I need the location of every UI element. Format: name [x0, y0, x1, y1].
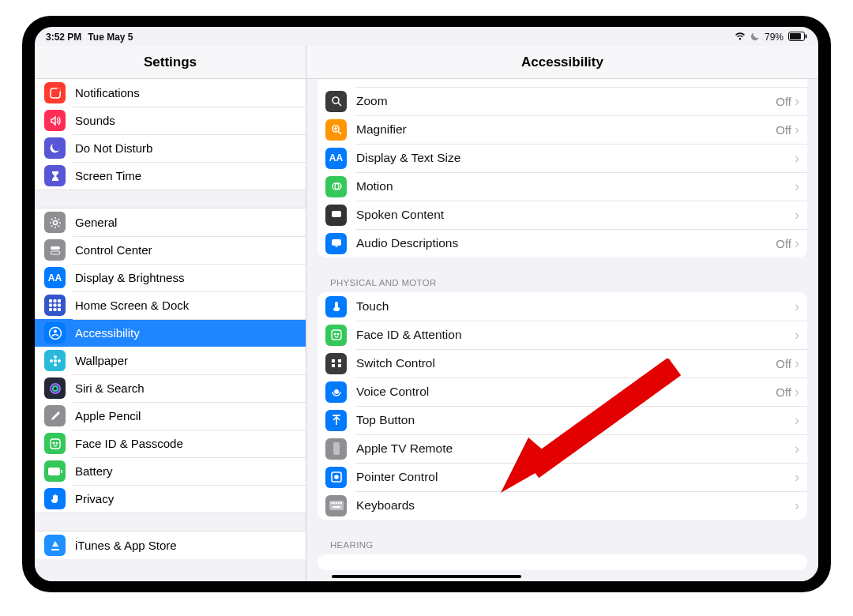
detail-row-value: Off: [776, 237, 791, 250]
chevron-right-icon: ›: [793, 207, 799, 223]
sidebar-item-label: Wallpaper: [75, 354, 296, 367]
moon-icon: [44, 137, 66, 159]
detail-scroll[interactable]: ZoomOff›MagnifierOff›AADisplay & Text Si…: [306, 79, 818, 581]
detail-row-touch[interactable]: Touch›: [318, 292, 807, 321]
sidebar-item-notifications[interactable]: Notifications: [35, 79, 306, 107]
svg-rect-54: [340, 502, 342, 504]
switches-icon: [325, 353, 347, 374]
face-icon: [325, 325, 347, 346]
detail-row-switch-control[interactable]: Switch ControlOff›: [318, 349, 807, 377]
sidebar-item-accessibility[interactable]: Accessibility: [35, 319, 306, 347]
detail-row-apple-tv-remote[interactable]: Apple TV Remote›: [318, 434, 807, 463]
svg-point-27: [53, 442, 54, 444]
svg-rect-10: [58, 299, 61, 302]
sidebar-item-label: Accessibility: [75, 326, 296, 340]
sidebar-item-itunes-app-store[interactable]: iTunes & App Store: [35, 531, 306, 559]
svg-rect-9: [54, 299, 57, 302]
flower-icon: [44, 350, 66, 371]
sidebar-item-label: Siri & Search: [75, 381, 296, 395]
magnifier-icon: [325, 119, 347, 141]
device-bezel: 3:52 PM Tue May 5 79%: [22, 16, 831, 592]
detail-row-label: Voice Control: [356, 385, 776, 399]
svg-rect-53: [338, 502, 340, 504]
detail-row-label: Display & Text Size: [356, 151, 793, 165]
chevron-right-icon: ›: [793, 178, 799, 195]
detail-row-motion[interactable]: Motion›: [318, 172, 807, 201]
sidebar-item-sounds[interactable]: Sounds: [35, 107, 306, 134]
sidebar-item-screen-time[interactable]: Screen Time: [35, 162, 306, 190]
battery-icon: [788, 32, 807, 43]
sidebar-item-control-center[interactable]: Control Center: [35, 236, 306, 264]
home-indicator: [332, 575, 521, 578]
svg-point-31: [333, 97, 339, 103]
detail-row-magnifier[interactable]: MagnifierOff›: [318, 115, 807, 144]
detail-row-zoom[interactable]: ZoomOff›: [318, 87, 807, 115]
AA-icon: AA: [44, 267, 66, 288]
sidebar-item-do-not-disturb[interactable]: Do Not Disturb: [35, 134, 306, 162]
pencil-icon: [44, 405, 66, 426]
svg-point-23: [58, 359, 61, 362]
svg-rect-29: [48, 468, 60, 475]
sidebar-item-label: Display & Brightness: [75, 271, 296, 284]
sidebar-item-label: Notifications: [75, 86, 296, 100]
person-icon: [44, 322, 66, 344]
sidebar-item-general[interactable]: General: [35, 208, 306, 236]
svg-point-28: [56, 442, 58, 444]
svg-rect-55: [333, 506, 340, 508]
chevron-right-icon: ›: [793, 441, 799, 457]
sidebar-item-label: Sounds: [75, 114, 296, 127]
sidebar-item-label: Battery: [75, 464, 296, 478]
sidebar-item-privacy[interactable]: Privacy: [35, 485, 306, 513]
chevron-right-icon: ›: [793, 355, 799, 372]
sidebar-item-wallpaper[interactable]: Wallpaper: [35, 347, 306, 374]
detail-row-value: Off: [776, 95, 791, 108]
sidebar-item-label: General: [75, 216, 296, 229]
chevron-right-icon: ›: [793, 327, 799, 344]
touch-icon: [325, 296, 347, 317]
detail-row-voice-control[interactable]: Voice ControlOff›: [318, 377, 807, 406]
sidebar-item-home-screen-dock[interactable]: Home Screen & Dock: [35, 291, 306, 319]
detail-row-label: Top Button: [356, 413, 793, 427]
sidebar-item-label: Do Not Disturb: [75, 141, 296, 155]
detail-row-audio-descriptions[interactable]: Audio DescriptionsOff›: [318, 229, 807, 257]
notification-icon: [44, 82, 66, 103]
sidebar-title: Settings: [35, 46, 306, 79]
chevron-right-icon: ›: [793, 469, 799, 486]
detail-row-display-text-size[interactable]: AADisplay & Text Size›: [318, 144, 807, 172]
sidebar-item-battery[interactable]: Battery: [35, 457, 306, 485]
toggles-icon: [44, 239, 66, 261]
detail-row-face-id-attention[interactable]: Face ID & Attention›: [318, 321, 807, 349]
detail-row-pointer-control[interactable]: Pointer Control›: [318, 463, 807, 491]
keyboard-icon: [325, 495, 347, 516]
detail-row-label: Pointer Control: [356, 470, 793, 484]
detail-row-label: Apple TV Remote: [356, 441, 793, 456]
sidebar-item-display-brightness[interactable]: AADisplay & Brightness: [35, 264, 306, 291]
svg-rect-42: [332, 364, 335, 367]
svg-rect-35: [332, 211, 341, 217]
svg-rect-11: [49, 304, 52, 307]
svg-rect-41: [338, 359, 341, 362]
svg-rect-1: [790, 33, 801, 39]
sidebar-item-siri-search[interactable]: Siri & Search: [35, 374, 306, 402]
svg-point-38: [334, 333, 336, 335]
sounds-icon: [44, 110, 66, 131]
detail-row-top-button[interactable]: Top Button›: [318, 406, 807, 434]
detail-row-value: Off: [776, 357, 791, 370]
sidebar-item-label: Home Screen & Dock: [75, 299, 296, 312]
dnd-moon-icon: [750, 32, 760, 43]
voice-icon: [325, 381, 347, 403]
battery-icon: [44, 460, 66, 482]
svg-rect-40: [332, 359, 335, 362]
detail-row-value: Off: [776, 385, 791, 399]
zoom-icon: [325, 91, 347, 112]
detail-row-keyboards[interactable]: Keyboards›: [318, 491, 807, 520]
detail-row-spoken-content[interactable]: Spoken Content›: [318, 201, 807, 229]
svg-point-48: [335, 475, 338, 479]
sidebar-scroll[interactable]: NotificationsSoundsDo Not DisturbScreen …: [35, 79, 306, 581]
sidebar-item-face-id-passcode[interactable]: Face ID & Passcode: [35, 430, 306, 457]
svg-rect-7: [51, 251, 60, 254]
chevron-right-icon: ›: [793, 235, 799, 252]
svg-rect-15: [54, 308, 57, 311]
sidebar-item-label: Control Center: [75, 243, 296, 257]
sidebar-item-apple-pencil[interactable]: Apple Pencil: [35, 402, 306, 430]
